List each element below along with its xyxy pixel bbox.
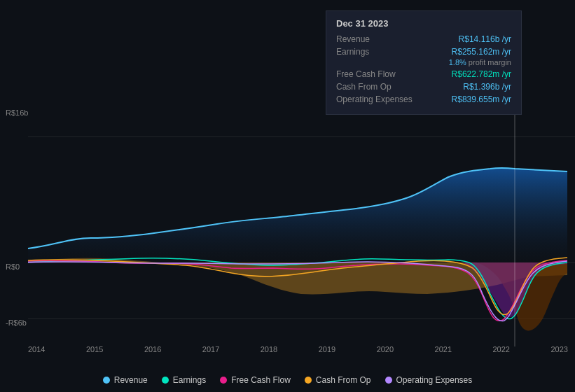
legend-item-fcf[interactable]: Free Cash Flow	[220, 375, 291, 385]
tooltip-card: Dec 31 2023 Revenue R$14.116b /yr Earnin…	[326, 10, 522, 115]
tooltip-label-revenue: Revenue	[336, 34, 413, 44]
legend-label-fcf: Free Cash Flow	[231, 375, 291, 385]
tooltip-label-earnings: Earnings	[336, 47, 413, 57]
chart-svg	[0, 108, 575, 346]
x-label-2015: 2015	[86, 345, 103, 354]
legend: Revenue Earnings Free Cash Flow Cash Fro…	[0, 375, 575, 385]
legend-label-revenue: Revenue	[114, 375, 148, 385]
tooltip-title: Dec 31 2023	[336, 18, 511, 29]
tooltip-profit-margin: 1.8% profit margin	[336, 58, 511, 66]
tooltip-row-opex: Operating Expenses R$839.655m /yr	[336, 94, 511, 104]
legend-label-cfo: Cash From Op	[316, 375, 371, 385]
tooltip-value-earnings: R$255.162m /yr	[452, 47, 511, 57]
x-label-2023: 2023	[550, 345, 567, 354]
tooltip-row-earnings: Earnings R$255.162m /yr	[336, 47, 511, 57]
legend-dot-fcf	[220, 377, 227, 384]
x-label-2017: 2017	[202, 345, 219, 354]
tooltip-value-cfo: R$1.396b /yr	[463, 82, 511, 92]
legend-dot-earnings	[162, 377, 169, 384]
legend-item-cfo[interactable]: Cash From Op	[305, 375, 371, 385]
tooltip-row-revenue: Revenue R$14.116b /yr	[336, 34, 511, 44]
x-label-2018: 2018	[261, 345, 277, 354]
x-label-2021: 2021	[435, 345, 452, 354]
tooltip-value-fcf: R$622.782m /yr	[452, 69, 511, 79]
x-label-2019: 2019	[319, 345, 335, 354]
legend-dot-revenue	[103, 377, 110, 384]
tooltip-row-cfo: Cash From Op R$1.396b /yr	[336, 82, 511, 92]
tooltip-label-opex: Operating Expenses	[336, 94, 413, 104]
x-label-2020: 2020	[377, 345, 394, 354]
legend-label-opex: Operating Expenses	[396, 375, 473, 385]
x-label-2016: 2016	[144, 345, 161, 354]
legend-dot-opex	[385, 377, 392, 384]
legend-item-opex[interactable]: Operating Expenses	[385, 375, 473, 385]
legend-item-earnings[interactable]: Earnings	[162, 375, 206, 385]
legend-item-revenue[interactable]: Revenue	[103, 375, 148, 385]
profit-pct: 1.8%	[449, 58, 466, 66]
x-axis: 2014 2015 2016 2017 2018 2019 2020 2021 …	[28, 345, 575, 354]
tooltip-value-opex: R$839.655m /yr	[452, 94, 511, 104]
legend-label-earnings: Earnings	[173, 375, 206, 385]
tooltip-row-fcf: Free Cash Flow R$622.782m /yr	[336, 69, 511, 79]
tooltip-label-cfo: Cash From Op	[336, 82, 413, 92]
tooltip-value-revenue: R$14.116b /yr	[459, 34, 511, 44]
tooltip-label-fcf: Free Cash Flow	[336, 69, 413, 79]
x-label-2014: 2014	[28, 345, 45, 354]
x-label-2022: 2022	[493, 345, 510, 354]
legend-dot-cfo	[305, 377, 312, 384]
